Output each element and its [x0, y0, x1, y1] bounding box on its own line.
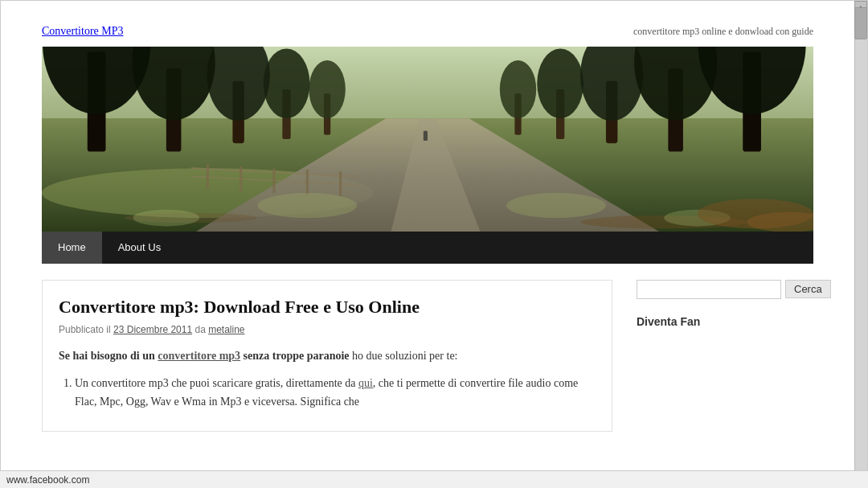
svg-rect-34 [424, 130, 428, 140]
search-box: Cerca [637, 280, 813, 299]
svg-point-37 [133, 210, 200, 227]
content-area: Convertitore mp3: Download Free e Uso On… [42, 264, 813, 448]
qui-link[interactable]: qui [358, 377, 373, 389]
diventa-fan-label: Diventa Fan [637, 315, 813, 328]
search-input[interactable] [637, 280, 781, 299]
article-body: Se hai bisogno di un convertitore mp3 se… [59, 347, 596, 411]
scrollbar[interactable]: ▲ ▼ [854, 1, 867, 488]
site-tagline: convertitore mp3 online e donwload con g… [633, 25, 813, 39]
scrollbar-thumb[interactable] [854, 7, 867, 39]
article-meta: Pubblicato il 23 Dicembre 2011 da metali… [59, 324, 596, 335]
article-list: Un convertitore mp3 che puoi scaricare g… [75, 375, 596, 411]
search-input-wrap: Cerca [637, 280, 813, 299]
search-button[interactable]: Cerca [785, 280, 831, 298]
hero-image [42, 47, 813, 232]
meta-by: da [194, 324, 205, 335]
meta-prefix: Pubblicato il [59, 324, 111, 335]
nav-item-home[interactable]: Home [42, 232, 102, 264]
main-content: Convertitore mp3: Download Free e Uso On… [42, 280, 612, 432]
svg-point-35 [257, 193, 357, 218]
list-item-1: Un convertitore mp3 che puoi scaricare g… [75, 375, 596, 411]
svg-point-23 [500, 60, 536, 118]
site-title[interactable]: Convertitore MP3 [42, 25, 124, 38]
intro-bold: Se hai bisogno di un convertitore mp3 se… [59, 350, 350, 362]
status-url: www.facebook.com [6, 474, 89, 486]
svg-point-13 [309, 60, 345, 118]
article-author[interactable]: metaline [208, 324, 244, 335]
svg-point-15 [264, 48, 310, 118]
nav-item-about[interactable]: About Us [102, 232, 177, 264]
nav-bar: Home About Us [42, 232, 813, 264]
sidebar: Cerca Diventa Fan [637, 280, 813, 328]
article-intro: Se hai bisogno di un convertitore mp3 se… [59, 347, 596, 365]
svg-point-25 [537, 48, 583, 118]
status-bar: www.facebook.com [0, 470, 868, 488]
convertitore-link[interactable]: convertitore mp3 [158, 350, 240, 362]
article-date[interactable]: 23 Dicembre 2011 [113, 324, 192, 335]
article-title: Convertitore mp3: Download Free e Uso On… [59, 297, 596, 318]
site-header: Convertitore MP3 convertitore mp3 online… [42, 1, 813, 47]
svg-point-36 [506, 193, 606, 218]
